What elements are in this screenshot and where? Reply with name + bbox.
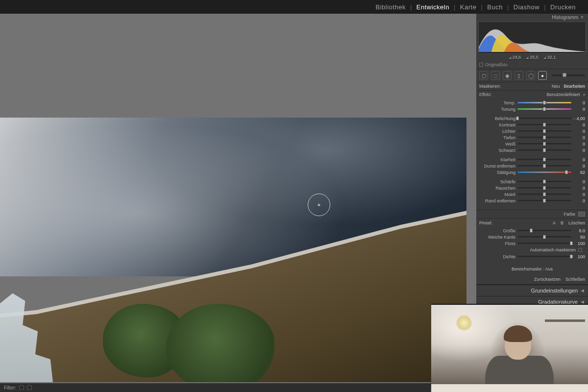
filter-chip-icon[interactable]: [19, 385, 24, 390]
slider-brush-feather[interactable]: Weiche Kante50: [479, 234, 585, 240]
slider-dehaze[interactable]: Dunst entfernen0: [479, 163, 585, 169]
brush-mode-row: Pinsel: A B Löschen: [476, 218, 588, 227]
brush-sliders: Größe8.0 Weiche Kante50 Fluss100 Automat…: [476, 227, 588, 263]
tab-library[interactable]: Bibliothek: [371, 3, 410, 11]
brush-actions: Zurücksetzen Schließen: [476, 275, 588, 285]
mask-edit[interactable]: Bearbeiten: [564, 84, 585, 89]
slider-noise[interactable]: Rauschen0: [479, 185, 585, 191]
brush-a[interactable]: A: [553, 220, 556, 225]
effect-label: Effekt:: [479, 92, 491, 97]
brush-label: Pinsel:: [479, 220, 492, 225]
brush-erase[interactable]: Löschen: [568, 220, 585, 225]
brush-b[interactable]: B: [561, 220, 564, 225]
tab-slideshow[interactable]: Diashow: [509, 3, 544, 11]
local-tools-strip: ▢ ◌ ◉ ▯ ◯ ●: [476, 69, 588, 82]
checkbox-icon[interactable]: [479, 63, 483, 67]
color-swatch-icon[interactable]: [578, 212, 585, 217]
slider-exposure[interactable]: Belichtung- 4,00: [479, 115, 585, 122]
slider-defringe[interactable]: Rand entfernen0: [479, 197, 585, 204]
filter-label: Filter:: [4, 385, 16, 391]
color-row[interactable]: Farbe: [476, 210, 588, 218]
color-label: Farbe: [564, 212, 575, 217]
tab-book[interactable]: Buch: [483, 3, 507, 11]
range-mask-row[interactable]: Bereichsmaske : Aus: [476, 263, 588, 275]
slider-brush-flow[interactable]: Fluss100: [479, 240, 585, 246]
gradient-tool-icon[interactable]: ▯: [514, 71, 523, 80]
histogram-title: Histogramm: [552, 15, 578, 20]
histogram[interactable]: [478, 22, 586, 54]
slider-highlights[interactable]: Lichter0: [479, 128, 585, 134]
presenter-webcam-overlay: [431, 304, 588, 392]
photo-preview[interactable]: [0, 118, 466, 382]
original-photo-toggle[interactable]: Originalfoto: [476, 61, 588, 69]
slider-sharpness[interactable]: Schärfe0: [479, 178, 585, 185]
slider-moire[interactable]: Moiré0: [479, 191, 585, 197]
close-button[interactable]: Schließen: [565, 277, 585, 282]
brush-cursor-icon: [308, 194, 330, 216]
radial-tool-icon[interactable]: ◯: [526, 71, 535, 80]
tab-print[interactable]: Drucken: [546, 3, 580, 11]
tab-develop[interactable]: Entwickeln: [412, 3, 454, 11]
slider-whites[interactable]: Weiß0: [479, 141, 585, 147]
histogram-header[interactable]: Histogramm▼: [476, 14, 588, 21]
reset-button[interactable]: Zurücksetzen: [534, 277, 561, 282]
checkbox-icon[interactable]: [578, 248, 582, 252]
adjustment-sliders: Temp.0 Tonung0 Belichtung- 4,00 Kontrast…: [476, 98, 588, 210]
original-label: Originalfoto: [485, 62, 508, 67]
slider-saturation[interactable]: Sättigung82: [479, 169, 585, 175]
effect-preset[interactable]: Benutzerdefiniert ▾: [546, 92, 585, 97]
mask-label: Maskieren:: [479, 84, 501, 89]
canvas-area[interactable]: [0, 14, 476, 383]
filter-chip-icon[interactable]: [27, 385, 32, 390]
filmstrip-filter-bar[interactable]: Filter:: [0, 383, 476, 392]
effect-row: Effekt: Benutzerdefiniert ▾: [476, 91, 588, 98]
tool-opacity-slider[interactable]: [552, 74, 585, 76]
slider-brush-size[interactable]: Größe8.0: [479, 227, 585, 234]
slider-clarity[interactable]: Klarheit0: [479, 156, 585, 163]
redeye-tool-icon[interactable]: ◉: [503, 71, 512, 80]
tab-map[interactable]: Karte: [456, 3, 481, 11]
slider-temp[interactable]: Temp.0: [479, 99, 585, 106]
mask-new[interactable]: Neu: [552, 84, 560, 89]
spot-tool-icon[interactable]: ◌: [491, 71, 500, 80]
panel-basic[interactable]: Grundeinstellungen◀: [476, 285, 588, 296]
slider-blacks[interactable]: Schwarz0: [479, 147, 585, 153]
automask-row[interactable]: Automatisch maskieren: [479, 246, 585, 253]
slider-contrast[interactable]: Kontrast0: [479, 122, 585, 128]
crop-tool-icon[interactable]: ▢: [479, 71, 488, 80]
slider-brush-density[interactable]: Dichte100: [479, 253, 585, 260]
slider-tint[interactable]: Tonung0: [479, 106, 585, 112]
slider-shadows[interactable]: Tiefen0: [479, 134, 585, 141]
histogram-values: 24,6 25,5 32,1: [476, 54, 588, 61]
module-tabs: Bibliothek| Entwickeln| Karte| Buch| Dia…: [0, 0, 588, 14]
mask-mode-row: Maskieren: Neu Bearbeiten: [476, 82, 588, 91]
brush-tool-icon[interactable]: ●: [538, 71, 547, 80]
